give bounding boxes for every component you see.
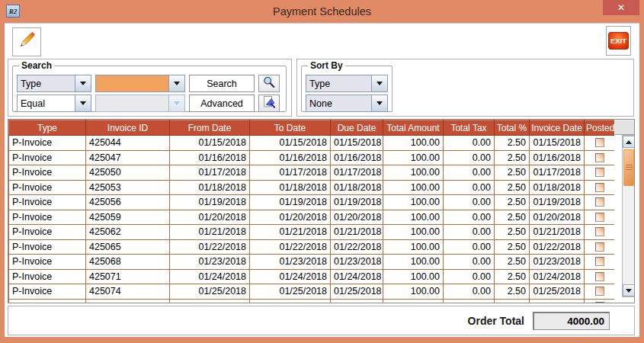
title-bar[interactable]: Payment Schedules R2 ✕ bbox=[0, 0, 644, 23]
cell-from-date: 01/22/2018 bbox=[170, 239, 250, 255]
posted-checkbox[interactable] bbox=[595, 183, 604, 192]
cell-to-date: 01/26/2018 bbox=[250, 299, 331, 303]
cell-posted bbox=[585, 150, 615, 165]
cell-invoice-date: 01/24/2018 bbox=[530, 269, 585, 284]
column-header-posted[interactable]: Posted bbox=[585, 120, 615, 136]
table-row[interactable]: P-Invoice42506501/22/201801/22/201801/22… bbox=[9, 239, 615, 255]
cell-invoice-date: 01/18/2018 bbox=[530, 180, 585, 195]
column-header-invoice-date[interactable]: Invoice Date bbox=[530, 120, 585, 136]
column-header-from-date[interactable]: From Date bbox=[170, 120, 250, 136]
cell-total-pct: 2.50 bbox=[495, 136, 530, 151]
cell-invoice-id: 425053 bbox=[86, 180, 170, 195]
cell-type: P-Invoice bbox=[9, 239, 86, 255]
table-row[interactable]: P-Invoice42505301/18/201801/18/201801/18… bbox=[9, 180, 615, 195]
column-header-invoice-id[interactable]: Invoice ID bbox=[86, 120, 170, 136]
posted-checkbox[interactable] bbox=[595, 257, 604, 266]
cell-posted bbox=[585, 239, 615, 255]
chevron-down-icon[interactable] bbox=[371, 75, 387, 91]
cell-total-amount: 100.00 bbox=[383, 165, 444, 181]
cell-invoice-id: 425056 bbox=[86, 195, 170, 210]
posted-checkbox[interactable] bbox=[595, 242, 604, 252]
table-row[interactable]: P-Invoice42505001/17/201801/17/201801/17… bbox=[9, 165, 615, 181]
column-header-total-tax[interactable]: Total Tax bbox=[444, 120, 495, 136]
close-button[interactable]: ✕ bbox=[603, 0, 639, 15]
table-row[interactable]: P-Invoice42507101/24/201801/24/201801/24… bbox=[9, 269, 615, 284]
cell-posted bbox=[585, 180, 615, 195]
cell-total-pct: 2.50 bbox=[495, 255, 530, 270]
cell-invoice-id: 425065 bbox=[86, 239, 170, 255]
table-row[interactable]: P-Invoice42507701/26/201801/26/201801/26… bbox=[9, 299, 615, 303]
column-header-type[interactable]: Type bbox=[9, 120, 86, 136]
chevron-down-icon[interactable] bbox=[168, 75, 184, 91]
posted-checkbox[interactable] bbox=[595, 213, 604, 222]
cell-from-date: 01/18/2018 bbox=[170, 180, 250, 195]
arrow-down-icon bbox=[626, 289, 632, 293]
cell-due-date: 01/21/2018 bbox=[331, 225, 383, 240]
arrow-up-icon bbox=[626, 140, 632, 144]
chevron-down-icon[interactable] bbox=[75, 95, 91, 111]
posted-checkbox[interactable] bbox=[595, 138, 604, 147]
cell-invoice-date: 01/23/2018 bbox=[530, 255, 585, 270]
cell-invoice-date: 01/21/2018 bbox=[530, 225, 585, 240]
column-header-total-pct[interactable]: Total % bbox=[495, 120, 530, 136]
table-row[interactable]: P-Invoice42506201/21/201801/21/201801/21… bbox=[9, 225, 615, 240]
posted-checkbox[interactable] bbox=[595, 197, 604, 207]
cell-total-amount: 100.00 bbox=[383, 299, 444, 303]
column-header-due-date[interactable]: Due Date bbox=[331, 120, 383, 136]
search-icon-button[interactable] bbox=[258, 75, 280, 92]
posted-checkbox[interactable] bbox=[595, 168, 604, 177]
cell-total-tax: 0.00 bbox=[444, 269, 495, 284]
column-header-total-amount[interactable]: Total Amount bbox=[383, 120, 444, 136]
advanced-button[interactable]: Advanced bbox=[189, 95, 255, 112]
cell-total-pct: 2.50 bbox=[495, 269, 530, 284]
search-legend: Search bbox=[19, 60, 54, 71]
sort-secondary-combo[interactable]: None bbox=[306, 95, 388, 112]
search-field-value: Type bbox=[18, 75, 75, 91]
chevron-down-icon[interactable] bbox=[371, 95, 387, 111]
column-header-to-date[interactable]: To Date bbox=[250, 120, 331, 136]
cell-invoice-date: 01/19/2018 bbox=[530, 195, 585, 210]
sort-primary-combo[interactable]: Type bbox=[306, 75, 388, 92]
cell-total-amount: 100.00 bbox=[383, 255, 444, 270]
edit-button[interactable] bbox=[12, 27, 41, 56]
chevron-down-icon bbox=[168, 95, 184, 111]
document-magnifier-icon bbox=[262, 95, 276, 112]
table-row[interactable]: P-Invoice42505901/20/201801/20/201801/20… bbox=[9, 210, 615, 225]
cell-due-date: 01/20/2018 bbox=[331, 210, 383, 225]
posted-checkbox[interactable] bbox=[595, 272, 604, 281]
scrollbar-thumb[interactable] bbox=[623, 149, 634, 186]
search-operator-value-text bbox=[96, 95, 168, 111]
exit-button[interactable]: EXIT bbox=[608, 32, 629, 50]
cell-type: P-Invoice bbox=[9, 255, 86, 270]
posted-checkbox[interactable] bbox=[595, 302, 604, 303]
posted-checkbox[interactable] bbox=[595, 227, 604, 236]
cell-total-pct: 2.50 bbox=[495, 165, 530, 181]
cell-posted bbox=[585, 225, 615, 240]
cell-invoice-date: 01/17/2018 bbox=[530, 165, 585, 181]
cell-total-pct: 2.50 bbox=[495, 299, 530, 303]
advanced-search-icon-button[interactable] bbox=[258, 95, 280, 112]
cell-to-date: 01/18/2018 bbox=[250, 180, 331, 195]
search-panel: Search Type Search bbox=[8, 59, 292, 117]
search-button[interactable]: Search bbox=[189, 75, 255, 92]
vertical-scrollbar[interactable] bbox=[622, 135, 635, 297]
posted-checkbox[interactable] bbox=[595, 287, 604, 296]
search-operator-combo[interactable]: Equal bbox=[17, 95, 91, 112]
table-row[interactable]: P-Invoice42504401/15/201801/15/201801/15… bbox=[9, 136, 615, 151]
cell-due-date: 01/16/2018 bbox=[331, 150, 383, 165]
exit-button-frame: EXIT bbox=[606, 26, 631, 56]
scroll-up-button[interactable] bbox=[623, 136, 635, 148]
table-row[interactable]: P-Invoice42505601/19/201801/19/201801/19… bbox=[9, 195, 615, 210]
cell-total-tax: 0.00 bbox=[444, 165, 495, 181]
search-value-combo[interactable] bbox=[95, 75, 185, 92]
table-row[interactable]: P-Invoice42506801/23/201801/23/201801/23… bbox=[9, 255, 615, 270]
chevron-down-icon[interactable] bbox=[75, 75, 91, 91]
table-row[interactable]: P-Invoice42504701/16/201801/16/201801/16… bbox=[9, 150, 615, 165]
search-field-combo[interactable]: Type bbox=[17, 75, 91, 92]
cell-to-date: 01/15/2018 bbox=[250, 136, 331, 151]
scroll-down-button[interactable] bbox=[623, 284, 635, 297]
table-row[interactable]: P-Invoice42507401/25/201801/25/201801/25… bbox=[9, 284, 615, 300]
cell-invoice-id: 425044 bbox=[86, 136, 170, 151]
posted-checkbox[interactable] bbox=[595, 153, 604, 162]
cell-total-pct: 2.50 bbox=[495, 239, 530, 255]
